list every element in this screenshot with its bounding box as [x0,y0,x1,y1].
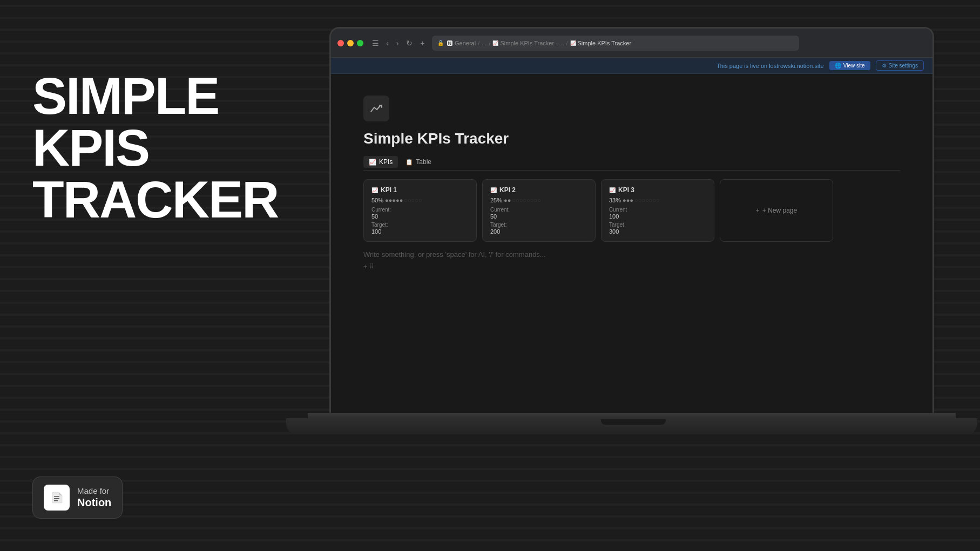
kpi3-progress: 33% ●●●○○○○○○○ [609,197,706,203]
laptop-wrapper: ☰ ‹ › ↻ + 🔒 N General / ... / 📈 Simple K… [286,11,980,545]
kpi3-title: KPI 3 [618,186,634,194]
tab-table[interactable]: 📋 Table [400,156,437,168]
traffic-light-green[interactable] [357,40,363,46]
notion-badge-text: Made for Notion [77,486,111,509]
browser-nav: ‹ › ↻ + [383,37,428,49]
made-for-text: Made for [77,486,111,496]
notion-content: Simple KPIs Tracker 📈 KPIs 📋 Table 📈 [331,74,932,414]
site-settings-button[interactable]: ⚙ Site settings [876,60,924,71]
notion-top-bar: This page is live on lostrowski.notion.s… [331,58,932,74]
drag-icon: ⠿ [369,263,374,270]
reload-button[interactable]: ↻ [403,37,415,49]
plus-row-icon: + [363,263,367,270]
editor-add-row[interactable]: + ⠿ [363,263,900,270]
kpi1-icon: 📈 [371,187,378,193]
kpi-card-2[interactable]: 📈 KPI 2 25% ●●○○○○○○○○ Current: 50 Targe… [482,179,596,242]
kpi2-progress: 25% ●●○○○○○○○○ [490,197,587,203]
traffic-lights [337,40,363,46]
kpi1-title: KPI 1 [381,186,397,194]
kpi-grid: 📈 KPI 1 50% ●●●●●○○○○○ Current: 50 Targe… [363,179,900,242]
new-page-label: + New page [762,207,797,214]
laptop-base-notch [601,419,666,425]
notion-badge: Made for Notion [32,477,123,519]
traffic-light-red[interactable] [337,40,344,46]
laptop-screen: ☰ ‹ › ↻ + 🔒 N General / ... / 📈 Simple K… [329,27,934,416]
kpi2-title: KPI 2 [499,186,516,194]
addr-notion-icon: N [447,40,453,46]
svg-rect-3 [54,500,58,501]
tab-kpis[interactable]: 📈 KPIs [363,156,398,168]
new-page-card[interactable]: + + New page [720,179,833,242]
browser-chrome: ☰ ‹ › ↻ + 🔒 N General / ... / 📈 Simple K… [331,29,932,58]
kpi3-icon: 📈 [609,187,616,193]
notion-logo-icon [48,489,65,506]
plus-tab-button[interactable]: + [417,37,427,49]
kpi1-progress: 50% ●●●●●○○○○○ [371,197,469,203]
chart-icon [369,101,384,116]
forward-button[interactable]: › [394,37,402,49]
settings-icon: ⚙ [882,63,887,69]
plus-icon: + [756,207,760,214]
main-title: SIMPLE KPIs TRACKER [32,70,308,226]
top-bar-message: This page is live on lostrowski.notion.s… [717,63,824,69]
title-line1: SIMPLE [32,67,219,125]
svg-rect-1 [54,496,59,497]
kpi-card-1[interactable]: 📈 KPI 1 50% ●●●●●○○○○○ Current: 50 Targe… [363,179,477,242]
globe-icon: 🌐 [835,63,841,69]
kpis-tab-icon: 📈 [369,159,376,166]
editor-placeholder[interactable]: Write something, or press 'space' for AI… [363,250,900,259]
page-title: Simple KPIs Tracker [363,130,900,147]
kpi2-icon: 📈 [490,187,497,193]
title-line2: KPIs TRACKER [32,119,278,228]
svg-rect-2 [54,498,59,499]
page-tabs: 📈 KPIs 📋 Table [363,156,900,171]
view-site-button[interactable]: 🌐 View site [829,61,870,70]
kpi-card-3[interactable]: 📈 KPI 3 33% ●●●○○○○○○○ Current 100 Targe… [601,179,714,242]
address-bar[interactable]: 🔒 N General / ... / 📈 Simple KPIs Tracke… [432,36,799,51]
table-tab-icon: 📋 [405,159,413,166]
notion-logo-box [44,485,70,511]
notion-word: Notion [77,496,111,509]
page-icon[interactable] [363,96,389,121]
lock-icon: 🔒 [437,40,444,46]
back-button[interactable]: ‹ [383,37,391,49]
traffic-light-yellow[interactable] [347,40,354,46]
address-text: N General / ... / 📈 Simple KPIs Tracker … [447,40,632,46]
hamburger-icon[interactable]: ☰ [372,39,379,47]
